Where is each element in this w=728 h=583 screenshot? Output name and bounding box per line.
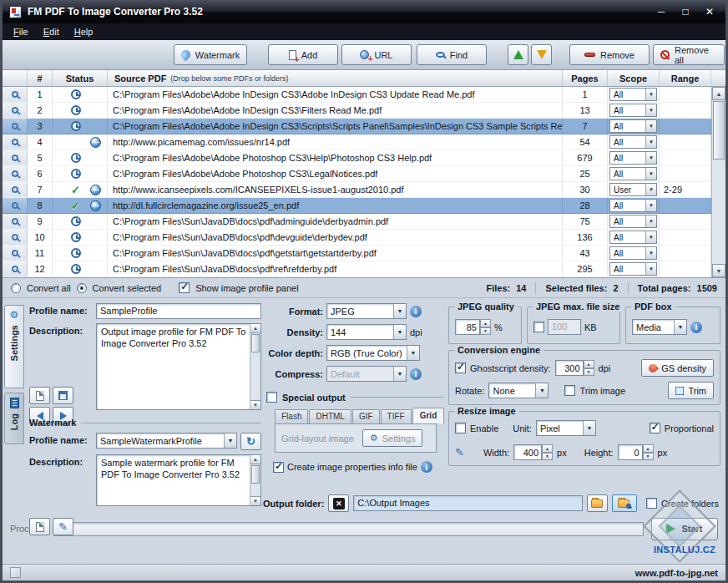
create-folders-checkbox[interactable] <box>646 498 657 509</box>
table-row[interactable]: 10C:\Program Files\Sun\JavaDB\docs\pdf\d… <box>3 230 711 246</box>
tab-dhtml[interactable]: DHTML <box>309 409 351 423</box>
ghostscript-density-checkbox[interactable] <box>455 362 466 373</box>
table-row[interactable]: 3C:\Program Files\Adobe\Adobe InDesign C… <box>3 119 711 134</box>
row-range[interactable] <box>660 103 711 118</box>
spin-down-icon[interactable]: ▼ <box>480 327 491 336</box>
tab-flash[interactable]: Flash <box>275 409 308 423</box>
table-row[interactable]: 9C:\Program Files\Sun\JavaDB\docs\pdf\ad… <box>3 214 711 230</box>
table-row[interactable]: 2C:\Program Files\Adobe\Adobe InDesign C… <box>3 103 711 119</box>
proportional-checkbox[interactable] <box>650 423 660 433</box>
density-select[interactable]: 144 ▼ <box>326 324 407 340</box>
spin-down-icon[interactable]: ▼ <box>643 453 654 461</box>
table-row[interactable]: 6C:\Program Files\Adobe\Adobe Photoshop … <box>3 166 711 182</box>
close-button[interactable]: ✕ <box>700 3 719 20</box>
tab-gif[interactable]: GIF <box>352 409 380 423</box>
scroll-down-icon[interactable]: ▼ <box>712 264 725 277</box>
row-range[interactable] <box>660 230 711 245</box>
resize-unit-select[interactable]: Pixel ▼ <box>536 420 596 436</box>
header-index[interactable]: # <box>28 70 53 86</box>
row-preview-button[interactable] <box>3 166 28 181</box>
scroll-up-icon[interactable]: ▲ <box>712 87 725 100</box>
spin-up-icon[interactable]: ▲ <box>584 360 594 368</box>
row-range[interactable] <box>660 134 711 150</box>
format-select[interactable]: JPEG ▼ <box>326 303 407 319</box>
open-folder-button[interactable] <box>612 494 637 512</box>
ghostscript-density-spinner[interactable]: 300 ▲▼ <box>555 360 594 376</box>
row-scope-select[interactable]: All▼ <box>608 261 660 276</box>
row-preview-button[interactable] <box>3 119 28 134</box>
row-preview-button[interactable] <box>3 103 28 118</box>
spin-down-icon[interactable]: ▼ <box>542 453 553 461</box>
header-status[interactable]: Status <box>53 70 108 86</box>
color-depth-select[interactable]: RGB (True Color) ▼ <box>326 345 420 361</box>
rotate-select[interactable]: None ▼ <box>488 383 549 398</box>
row-scope-select[interactable]: All▼ <box>608 119 660 134</box>
jpeg-quality-spinner[interactable]: 85 ▲▼ <box>455 319 491 335</box>
table-row[interactable]: 7✓http://www.icanseepixels.com/ICANSEEPI… <box>3 182 711 198</box>
tab-tiff[interactable]: TIFF <box>381 409 412 423</box>
row-preview-button[interactable] <box>3 246 28 261</box>
row-scope-select[interactable]: User▼ <box>608 182 660 197</box>
table-row[interactable]: 11C:\Program Files\Sun\JavaDB\docs\pdf\g… <box>3 246 711 261</box>
minimize-button[interactable]: ─ <box>652 3 670 20</box>
row-range[interactable] <box>660 119 711 134</box>
table-scrollbar[interactable]: ▲ ▼ <box>711 87 725 277</box>
row-preview-button[interactable] <box>3 261 28 276</box>
row-preview-button[interactable] <box>3 87 28 102</box>
row-scope-select[interactable]: All▼ <box>608 246 660 261</box>
gs-density-button[interactable]: GS density <box>641 359 714 377</box>
row-scope-select[interactable]: All▼ <box>608 230 660 245</box>
watermark-refresh-button[interactable]: ↻ <box>240 433 261 450</box>
compress-select[interactable]: Default ▼ <box>326 366 407 382</box>
url-button[interactable]: URL <box>341 44 412 65</box>
row-preview-button[interactable] <box>3 198 28 213</box>
jpeg-max-size-checkbox[interactable] <box>533 322 544 332</box>
row-range[interactable] <box>660 166 711 181</box>
tab-grid[interactable]: Grid <box>412 408 445 423</box>
row-range[interactable] <box>660 150 711 165</box>
profile-save-button[interactable] <box>53 387 73 404</box>
row-preview-button[interactable] <box>3 150 28 165</box>
row-preview-button[interactable] <box>3 134 28 150</box>
table-row[interactable]: 5C:\Program Files\Adobe\Adobe Photoshop … <box>3 150 711 166</box>
header-scope[interactable]: Scope <box>608 70 660 86</box>
watermark-new-button[interactable] <box>29 518 50 535</box>
row-scope-select[interactable]: All▼ <box>608 134 660 150</box>
profile-name-input[interactable]: SampleProfile <box>96 303 261 319</box>
add-button[interactable]: Add <box>268 44 338 65</box>
row-range[interactable] <box>660 246 711 261</box>
row-scope-select[interactable]: All▼ <box>608 150 660 165</box>
row-scope-select[interactable]: All▼ <box>608 214 660 229</box>
convert-all-radio[interactable] <box>11 283 21 293</box>
row-range[interactable] <box>660 87 711 102</box>
header-pages[interactable]: Pages <box>563 70 608 86</box>
scroll-up-icon[interactable]: ▲ <box>250 324 260 333</box>
move-up-button[interactable] <box>508 44 528 65</box>
clear-output-button[interactable] <box>328 494 349 512</box>
scrollbar[interactable]: ▲ ▼ <box>250 455 260 505</box>
start-button[interactable]: Start <box>651 518 718 540</box>
scroll-up-icon[interactable]: ▲ <box>250 455 260 464</box>
watermark-edit-button[interactable]: ✎ <box>53 518 73 535</box>
info-icon[interactable] <box>421 461 432 473</box>
special-output-checkbox[interactable] <box>266 392 277 403</box>
row-scope-select[interactable]: All▼ <box>608 198 660 213</box>
resize-enable-checkbox[interactable] <box>455 423 466 433</box>
scrollbar-thumb[interactable] <box>713 101 725 160</box>
row-range[interactable] <box>660 261 711 276</box>
info-icon[interactable] <box>410 368 422 380</box>
table-row[interactable]: 1C:\Program Files\Adobe\Adobe InDesign C… <box>3 87 711 103</box>
trim-image-checkbox[interactable] <box>564 385 575 396</box>
row-scope-select[interactable]: All▼ <box>608 87 660 102</box>
table-row[interactable]: 4http://www.picamemag.com/issues/nr14.pd… <box>3 134 711 150</box>
watermark-description-input[interactable]: Sample watermark profile for FM PDF To I… <box>96 454 261 506</box>
row-preview-button[interactable] <box>3 182 28 197</box>
height-spinner[interactable]: 0 ▲▼ <box>618 444 654 460</box>
profile-description-input[interactable]: Output image profile for FM PDF To Image… <box>96 323 261 410</box>
row-scope-select[interactable]: All▼ <box>608 103 660 118</box>
jpeg-max-size-input[interactable]: 100 <box>548 319 581 335</box>
grid-settings-button[interactable]: ⚙ Settings <box>362 429 423 447</box>
trim-button[interactable]: Trim <box>668 382 714 399</box>
tab-settings[interactable]: ⚙ Settings <box>4 305 24 388</box>
pdf-box-select[interactable]: Media ▼ <box>632 319 687 335</box>
